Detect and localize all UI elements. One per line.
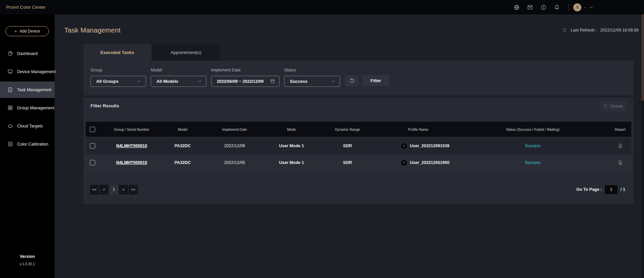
table-header-row: Group / Serial Number Model Implement Da… [86,122,631,137]
page-total-label: / 1 [621,187,625,192]
group-management-icon [7,105,13,111]
select-all-checkbox[interactable] [90,127,95,132]
model-select[interactable]: All Models [151,76,206,87]
last-refresh-label: Last Refresh : [571,28,597,33]
results-table: Group / Serial Number Model Implement Da… [86,122,631,171]
page-head: Task Management Last Refresh : 2022/12/0… [64,25,639,35]
tab-executed-tasks[interactable]: Executed Tasks [83,44,151,61]
go-to-page-label: Go To Page : [576,187,602,192]
version-block: Version v.1.0.20.1 [0,254,55,266]
implement-date-cell: 2022/12/05 [201,160,268,165]
trash-icon [603,104,608,109]
page-number-button[interactable]: 1 [109,185,118,194]
status-badge[interactable]: Success [456,144,609,148]
tab-bar: Executed Tasks Appointment(s) [83,44,220,61]
profile-name: User_202212091039 [410,144,449,148]
col-status: Status (Success / Failed / Waiting) [456,127,609,131]
topbar-actions: - [510,0,595,14]
date-range-value: 2022/06/09 ~ 2022/12/09 [217,79,263,84]
prev-page-button[interactable]: < [100,185,109,194]
version-title: Version [0,254,55,259]
group-select[interactable]: All Groups [90,76,146,87]
col-model: Model [164,127,201,131]
sidebar-item-label: Group Management [17,106,54,110]
color-calibration-icon [7,141,13,147]
col-implement-date: Implement Date [201,127,268,131]
row-checkbox[interactable] [90,160,95,165]
globe-icon[interactable] [510,0,523,14]
mail-icon[interactable] [523,0,537,14]
implement-date-cell: 2022/12/09 [201,144,268,148]
chevron-down-icon [137,79,142,84]
report-document-icon[interactable] [618,143,623,149]
expand-profile-chevron-icon[interactable]: › [401,143,407,149]
sidebar-item-cloud-targets[interactable]: Cloud Targets [0,118,55,134]
sidebar-item-label: Task Management [17,88,51,92]
table-row: N4LMHT000010 PA32DC 2022/12/05 User Mode… [86,155,631,171]
filter-model: Model All Models [151,68,206,87]
sidebar-item-label: Color Calibration [17,142,48,147]
sidebar-item-device-management[interactable]: Device Management [0,63,55,80]
filter-button[interactable]: Filter [362,75,389,86]
col-dynamic-range: Dynamic Range [315,127,380,131]
app-title: ProArt Color Center [6,5,46,10]
serial-number-link[interactable]: N4LMHT000010 [99,144,164,148]
next-page-button[interactable]: > [119,185,128,194]
profile-cell: › User_202212051900 [380,160,456,166]
bell-icon[interactable] [550,0,564,14]
serial-number-link[interactable]: N4LMHT000010 [99,160,164,165]
add-device-button[interactable]: + Add Device [5,26,49,36]
version-value: v.1.0.20.1 [0,262,55,266]
sidebar-item-label: Device Management [17,69,56,74]
tab-appointments[interactable]: Appointment(s) [152,44,220,61]
report-cell [609,160,631,166]
refresh-icon[interactable] [562,27,567,33]
status-badge[interactable]: Success [456,160,609,165]
user-menu-chevron-down-icon[interactable] [588,0,595,14]
report-document-icon[interactable] [618,160,623,166]
cloud-targets-icon [7,123,13,129]
row-checkbox[interactable] [90,143,95,149]
scrollbar-thumb[interactable] [642,14,644,101]
vertical-scrollbar[interactable] [641,14,644,278]
col-group-serial: Group / Serial Number [99,127,164,131]
sidebar-item-dashboard[interactable]: Dashboard [0,45,55,62]
delete-button[interactable]: Delete [599,101,627,112]
sidebar-item-group-management[interactable]: Group Management [0,100,55,116]
last-refresh: Last Refresh : 2022/12/09 16:56:56 [562,27,639,33]
status-filter-label: Status [284,68,340,72]
dynamic-range-cell: SDR [315,160,380,165]
model-cell: PA32DC [164,160,201,165]
mode-cell: User Mode 1 [268,160,315,165]
model-cell: PA32DC [164,144,201,148]
profile-name: User_202212051900 [410,160,449,165]
go-to-page-input[interactable] [605,185,618,194]
first-page-button[interactable]: << [90,185,99,194]
sidebar-item-color-calibration[interactable]: Color Calibration [0,136,55,152]
expand-profile-chevron-icon[interactable]: › [401,160,407,166]
date-range-picker[interactable]: 2022/06/09 ~ 2022/12/09 [211,76,279,87]
filter-group: Group All Groups [90,68,146,87]
plus-icon: + [14,29,17,34]
chevron-down-icon [197,79,202,84]
user-label: - [585,5,586,10]
tab-label: Appointment(s) [171,50,201,55]
sidebar: + Add Device Dashboard Device Management… [0,14,55,278]
avatar[interactable] [573,3,581,11]
reset-filters-button[interactable] [345,75,359,86]
dynamic-range-cell: SDR [315,144,380,148]
go-to-page: Go To Page : / 1 [576,185,625,194]
info-icon[interactable] [537,0,550,14]
last-page-button[interactable]: >> [129,185,138,194]
delete-button-label: Delete [610,104,623,109]
filter-implement-date: Implement Date 2022/06/09 ~ 2022/12/09 [211,68,279,87]
page-title: Task Management [64,26,121,34]
implement-date-filter-label: Implement Date [211,68,279,72]
mode-cell: User Mode 1 [268,144,315,148]
app-window: ProArt Color Center - [0,0,644,278]
add-device-label: Add Device [19,29,40,34]
group-select-value: All Groups [96,79,118,84]
results-title: Filter Results [90,103,119,108]
status-select[interactable]: Success [284,76,340,87]
sidebar-item-task-management[interactable]: Task Management [0,81,55,98]
